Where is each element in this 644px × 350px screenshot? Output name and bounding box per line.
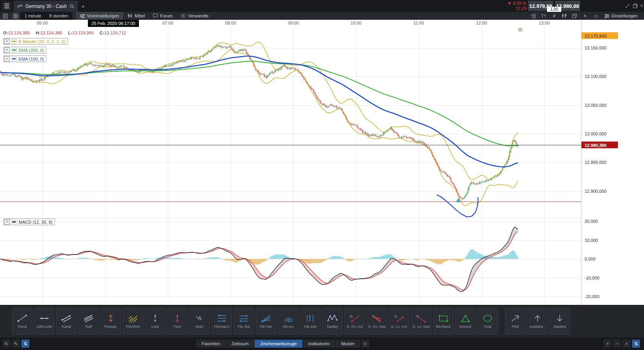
layout-grid-icon[interactable] bbox=[10, 12, 21, 19]
draw-tool-rect[interactable]: Rechteck bbox=[433, 308, 454, 335]
rect-icon bbox=[438, 314, 449, 323]
time-axis-label: 05:00 bbox=[37, 21, 48, 25]
range-select[interactable]: 8 stunden bbox=[45, 12, 72, 20]
draw-tool-fibtime[interactable]: Fib Zeit bbox=[300, 308, 321, 335]
change-absolute: 12,29 bbox=[502, 6, 526, 11]
draw-tool-label: Pitchfork bbox=[126, 325, 140, 329]
draw-tool-gfn-up[interactable]: GG. Fn. Auf bbox=[344, 308, 365, 335]
bottom-tab-indikatoren[interactable]: Indikatoren bbox=[303, 340, 336, 348]
price-tick-label: 12.950,000 bbox=[585, 160, 606, 165]
grid-icon[interactable]: # bbox=[549, 12, 559, 19]
crosshair-icon[interactable]: ⌖ bbox=[580, 12, 590, 19]
bottom-tab-zeitraum[interactable]: Zeitraum bbox=[226, 340, 255, 348]
interval-select[interactable]: 1 minute bbox=[21, 12, 45, 20]
draw-tool-arrow-down[interactable]: Abwärts bbox=[549, 308, 570, 335]
draw-tool-arrow-up[interactable]: Aufwärts... bbox=[527, 308, 548, 335]
indicator-color-chip bbox=[11, 57, 17, 61]
close-value: 13.120,712 bbox=[104, 30, 126, 35]
price-chart-canvas[interactable] bbox=[0, 20, 644, 305]
bottom-tab-muster[interactable]: Muster bbox=[336, 340, 361, 348]
draw-tool-fibarc[interactable]: Fib Arc bbox=[278, 308, 298, 335]
draw-tool-trend[interactable]: Trend bbox=[12, 308, 32, 335]
time-axis-label: 13:00 bbox=[539, 21, 550, 25]
pointer-icon[interactable]: ◁ bbox=[590, 12, 600, 19]
settings-button[interactable]: Einstellungen bbox=[600, 12, 642, 20]
sliders-icon bbox=[604, 14, 610, 18]
draw-tool-channel[interactable]: Kanal bbox=[56, 308, 77, 335]
status-bar: ↻ ✎ ⇅ FavoritenZeitraumZeichenwerkzeugeI… bbox=[0, 337, 644, 350]
remove-indicator-icon[interactable]: × bbox=[4, 48, 9, 53]
pan-icon[interactable]: ⌖ bbox=[604, 340, 612, 348]
draw-tool-label: Fib Zeit bbox=[304, 325, 316, 329]
chart-type-label: Mittel bbox=[135, 13, 145, 18]
draw-tool-note[interactable]: °ANotiz bbox=[189, 308, 210, 335]
related-button[interactable]: Verwandte bbox=[177, 12, 213, 20]
draw-tool-pricearrow[interactable]: Preissp. bbox=[101, 308, 121, 335]
draw-tool-arrow-diag[interactable]: Pfeil bbox=[505, 308, 526, 335]
zoom-in-icon[interactable]: + bbox=[623, 340, 631, 348]
indicator-legend[interactable]: ×EMA (100, 0) bbox=[3, 55, 46, 62]
draw-tool-fib[interactable]: Fibonacci bbox=[211, 308, 232, 335]
sliders-icon bbox=[80, 14, 85, 18]
bottom-tab-zeichenwerkzeuge[interactable]: Zeichenwerkzeuge bbox=[255, 340, 302, 348]
fibfan-icon bbox=[260, 314, 272, 323]
chart-area[interactable]: 05:0006:0007:0008:0009:0010:0011:0012:00… bbox=[0, 20, 644, 305]
journal-icon[interactable] bbox=[0, 12, 10, 19]
draw-tool-oval[interactable]: Oval bbox=[477, 308, 498, 335]
draw-tool-tri[interactable]: Dreieck bbox=[455, 308, 476, 335]
draw-tool-gfn-down[interactable]: GG. Fn. Abw bbox=[367, 308, 387, 335]
draw-tool-label: Kanal bbox=[62, 325, 71, 329]
updown-icon[interactable]: ⇅ bbox=[21, 340, 29, 348]
refresh-icon[interactable]: ↻ bbox=[2, 340, 10, 348]
pencil-icon[interactable]: ✎ bbox=[12, 340, 20, 348]
draw-tool-vdash[interactable]: Linie bbox=[145, 308, 165, 335]
pattern-icon[interactable] bbox=[559, 12, 570, 19]
zoom-out-icon[interactable]: − bbox=[613, 340, 621, 348]
draw-tool-hline[interactable]: U/W-Linie bbox=[34, 308, 55, 335]
close-icon[interactable]: × bbox=[638, 2, 644, 10]
text-tool-icon[interactable]: T bbox=[539, 12, 549, 19]
remove-indicator-icon[interactable]: × bbox=[4, 39, 9, 44]
draw-tool-gartley[interactable]: Gartley bbox=[322, 308, 343, 335]
remove-indicator-icon[interactable]: × bbox=[4, 56, 9, 61]
draw-tool-vline[interactable]: Fest bbox=[167, 308, 188, 335]
remove-indicator-icon[interactable]: × bbox=[4, 219, 9, 224]
indicator-color-chip bbox=[11, 220, 17, 224]
instrument-tab[interactable]: Germany 30 - Cash bbox=[13, 1, 78, 12]
ohlc-readout: O:13.124,385 H:13.124,385 L:13.119,900 C… bbox=[3, 30, 131, 35]
align-lines-icon[interactable] bbox=[528, 12, 539, 19]
macd-tick-label: 10,000 bbox=[585, 238, 598, 243]
windows-icon[interactable] bbox=[570, 12, 580, 19]
draw-tool-raff[interactable]: Raff bbox=[78, 308, 99, 335]
instrument-tab-title: Germany 30 - Cash bbox=[25, 4, 67, 9]
draw-tool-gln-up[interactable]: GG. Ln. Auf bbox=[389, 308, 409, 335]
draw-tool-label: Pfeil bbox=[512, 325, 519, 329]
presets-button[interactable]: Voreinstellungen bbox=[76, 12, 123, 20]
draw-tool-label: Fib. Ext bbox=[238, 325, 250, 329]
bottom-tab-favoriten[interactable]: Favoriten bbox=[196, 340, 226, 348]
draw-tool-gln-down[interactable]: GG. Ln. Abw bbox=[411, 308, 431, 335]
indicator-legend[interactable]: ×EMA (200, 0) bbox=[3, 47, 46, 53]
forum-button[interactable]: Forum bbox=[149, 12, 177, 20]
oval-icon bbox=[482, 314, 493, 323]
chart-type-button[interactable]: Mittel bbox=[123, 12, 149, 20]
menu-icon[interactable] bbox=[2, 1, 11, 11]
add-tab-button[interactable]: + bbox=[79, 2, 87, 10]
hline-icon bbox=[39, 314, 50, 323]
current-price-badge: 12.980,380 bbox=[581, 142, 618, 148]
draw-tool-label: Fib Fan bbox=[260, 325, 272, 329]
search-icon[interactable] bbox=[70, 4, 74, 9]
speech-bubble-icon bbox=[153, 13, 158, 18]
indicator-legend[interactable]: ×B Bänder (20, 0, 2, 2, S) bbox=[3, 38, 68, 45]
resize-panel-icon[interactable]: ⇅ bbox=[632, 340, 640, 348]
price-axis[interactable]: 13.150,00013.100,00013.050,00013.000,000… bbox=[581, 20, 644, 305]
draw-tool-fibfan[interactable]: Fib Fan bbox=[256, 308, 276, 335]
draw-tool-fibext[interactable]: Fib. Ext bbox=[234, 308, 254, 335]
macd-indicator-legend[interactable]: ×MACD (12, 26, 9) bbox=[3, 219, 55, 225]
vdash-icon bbox=[150, 314, 161, 323]
favorite-star-icon[interactable]: ☆ bbox=[361, 340, 369, 348]
draw-tool-pitchfork[interactable]: Pitchfork bbox=[123, 308, 143, 335]
arrow-down-icon bbox=[554, 314, 565, 323]
expand-icon[interactable]: ⤢ bbox=[624, 2, 631, 10]
indicator-label: MACD (12, 26, 9) bbox=[19, 220, 53, 224]
